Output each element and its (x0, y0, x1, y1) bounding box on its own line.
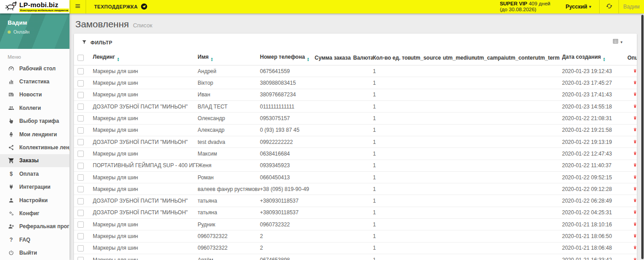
cell-currency (353, 171, 373, 183)
sort-icon[interactable]: ▲▼ (211, 57, 213, 61)
trash-icon (633, 245, 637, 251)
sidebar-item-my-landings[interactable]: Мои лендинги (0, 128, 69, 141)
sidebar-item-label: Интеграции (19, 184, 51, 190)
cell-order-sum (315, 160, 353, 171)
delete-button[interactable]: УДАЛИТЬ (633, 234, 637, 239)
cell-currency (353, 219, 373, 230)
row-checkbox[interactable] (78, 245, 84, 251)
sidebar-item-statistics[interactable]: Статистика (0, 75, 69, 88)
column-header-label: Имя (198, 54, 209, 60)
row-checkbox[interactable] (78, 151, 84, 157)
row-checkbox[interactable] (78, 186, 84, 192)
delete-button[interactable]: УДАЛИТЬ (633, 116, 637, 121)
cell-utm-content (506, 230, 535, 242)
row-checkbox[interactable] (78, 198, 84, 204)
sidebar-item-settings[interactable]: Настройки (0, 194, 69, 207)
delete-button[interactable]: УДАЛИТЬ (633, 151, 637, 156)
delete-button[interactable]: УДАЛИТЬ (633, 104, 637, 109)
cell-landing: Маркеры для шин (93, 230, 198, 242)
sidebar-item-news[interactable]: Новости (0, 88, 69, 101)
filter-button[interactable]: ФИЛЬТР (82, 39, 112, 46)
row-checkbox[interactable] (78, 210, 84, 216)
users-icon (8, 105, 15, 111)
row-checkbox[interactable] (78, 233, 84, 239)
vertical-scrollbar[interactable] (641, 15, 644, 259)
delete-button[interactable]: УДАЛИТЬ (633, 163, 637, 168)
delete-button[interactable]: УДАЛИТЬ (633, 198, 637, 204)
sidebar-item-config[interactable]: Конфиг (0, 207, 69, 220)
trash-icon (633, 116, 637, 121)
sidebar-item-collective-landings[interactable]: Коллективные лендинги (0, 141, 69, 154)
row-checkbox[interactable] (78, 127, 84, 134)
row-checkbox[interactable] (78, 174, 84, 181)
delete-button[interactable]: УДАЛИТЬ (633, 175, 637, 180)
cell-landing: ДОЗАТОР ЗУБНОЇ ПАСТИ "МИНЬОН" (93, 195, 198, 207)
row-checkbox[interactable] (78, 221, 84, 228)
row-checkbox[interactable] (78, 80, 84, 87)
trash-icon (633, 257, 637, 260)
column-header[interactable]: Номер телефона▲▼ (260, 52, 315, 65)
cell-utm-medium (443, 230, 474, 242)
cell-utm-medium (443, 124, 474, 136)
delete-button[interactable]: УДАЛИТЬ (633, 127, 637, 133)
delete-button[interactable]: УДАЛИТЬ (633, 245, 637, 251)
cell-utm-content (506, 254, 535, 260)
delete-button[interactable]: УДАЛИТЬ (633, 186, 637, 192)
main-content: Замовлення Список ФИЛЬТР (69, 13, 644, 260)
sort-icon[interactable]: ▲▼ (307, 57, 309, 61)
delete-button[interactable]: УДАЛИТЬ (633, 210, 637, 215)
row-checkbox[interactable] (78, 92, 84, 98)
refresh-button[interactable] (600, 0, 618, 13)
delete-button[interactable]: УДАЛИТЬ (633, 139, 637, 145)
select-all-checkbox[interactable] (78, 55, 84, 61)
sidebar-item-dashboard[interactable]: Рабочий стол (0, 62, 69, 75)
cell-options: УДАЛИТЬ (627, 148, 637, 160)
sort-icon[interactable]: ▲▼ (603, 57, 605, 61)
sidebar-item-orders[interactable]: Заказы (0, 154, 69, 167)
sidebar-item-integrations[interactable]: Интеграции (0, 181, 69, 194)
sidebar-item-logout[interactable]: Выйти (0, 246, 69, 259)
row-checkbox[interactable] (78, 257, 84, 260)
column-picker-button[interactable]: ▾ (612, 38, 622, 46)
row-checkbox[interactable] (78, 104, 84, 110)
row-checkbox[interactable] (78, 68, 84, 74)
cell-order-sum (315, 171, 353, 183)
sidebar-item-label: Коллеги (19, 105, 41, 111)
cell-utm-term (535, 89, 562, 100)
row-checkbox[interactable] (78, 139, 84, 145)
trash-icon (633, 222, 637, 227)
cell-name: Иван (198, 89, 260, 100)
brand-logo[interactable]: LP-mobi.biz Конструктор мобильных лендин… (0, 0, 69, 13)
language-selector[interactable]: Русский ▾ (558, 0, 599, 13)
sort-icon[interactable]: ▲▼ (117, 57, 120, 61)
cell-currency (353, 113, 373, 124)
delete-button[interactable]: УДАЛИТЬ (633, 222, 637, 227)
cell-landing: Маркеры для шин (93, 148, 198, 160)
column-header-label: utm_campaign (474, 55, 506, 61)
sidebar-user-status: Онлайн (13, 30, 30, 35)
row-checkbox[interactable] (78, 115, 84, 121)
sidebar-item-colleagues[interactable]: Коллеги (0, 101, 69, 114)
delete-button[interactable]: УДАЛИТЬ (633, 69, 637, 74)
column-header[interactable]: Имя▲▼ (198, 52, 260, 65)
row-checkbox[interactable] (78, 163, 84, 169)
sidebar-item-payment[interactable]: $Оплата (0, 167, 69, 180)
column-header-label: Лендинг (93, 54, 115, 60)
cell-name: Рудник (198, 219, 260, 230)
support-button[interactable]: ТЕХПОДДЕРЖКА (86, 0, 156, 13)
cell-order-sum (315, 207, 353, 218)
column-header[interactable]: Лендинг▲▼ (93, 52, 198, 65)
sidebar-item-faq[interactable]: ?FAQ (0, 233, 69, 246)
topbar-username[interactable]: Вадим (619, 0, 644, 13)
sidebar-item-tariff[interactable]: Выбор тарифа (0, 115, 69, 128)
delete-button[interactable]: УДАЛИТЬ (633, 80, 637, 86)
delete-button[interactable]: УДАЛИТЬ (633, 257, 637, 260)
hamburger-menu-button[interactable] (69, 0, 86, 13)
delete-button[interactable]: УДАЛИТЬ (633, 92, 637, 97)
cell-options: УДАЛИТЬ (627, 136, 637, 147)
cell-landing: Маркеры для шин (93, 77, 198, 89)
sidebar-item-referral[interactable]: Реферальная программа (0, 220, 69, 233)
cell-landing: Маркеры для шин (93, 242, 198, 254)
column-header[interactable]: Дата создания▲▼ (562, 52, 627, 65)
cell-utm-source (411, 207, 443, 218)
